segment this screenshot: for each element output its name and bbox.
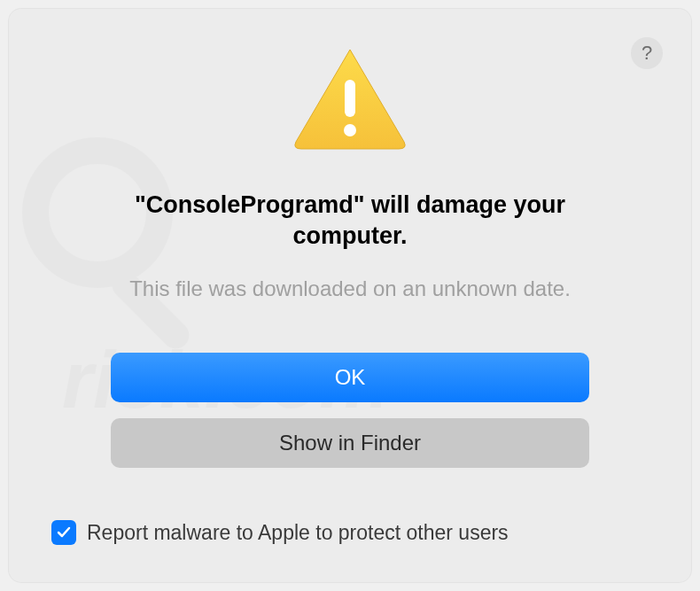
report-malware-checkbox[interactable]: [51, 520, 76, 545]
svg-rect-3: [345, 80, 355, 117]
warning-icon: [292, 46, 408, 154]
dialog-subtitle: This file was downloaded on an unknown d…: [129, 276, 571, 301]
checkmark-icon: [55, 524, 73, 541]
alert-dialog: ? risk.com: [9, 9, 691, 582]
ok-button[interactable]: OK: [111, 353, 589, 402]
report-malware-row: Report malware to Apple to protect other…: [51, 520, 509, 545]
svg-point-4: [344, 124, 356, 136]
report-malware-label: Report malware to Apple to protect other…: [87, 521, 509, 545]
show-in-finder-button[interactable]: Show in Finder: [111, 418, 589, 468]
dialog-title: "ConsoleProgramd" will damage your compu…: [102, 190, 598, 252]
help-icon: ?: [642, 42, 652, 65]
